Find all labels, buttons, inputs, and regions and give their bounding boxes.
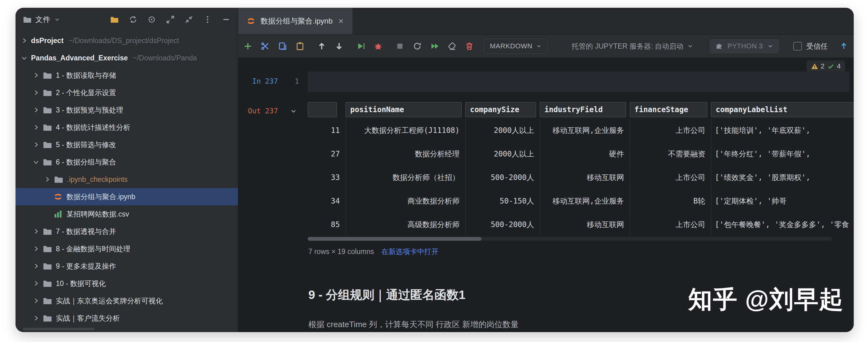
chevron-right-icon[interactable] bbox=[32, 314, 40, 322]
tree-item-folder-1[interactable]: 1 - 数据读取与存储 bbox=[16, 67, 238, 84]
debug-cell-button[interactable] bbox=[373, 41, 383, 51]
column-header-companylabellist[interactable]: companyLabelList bbox=[711, 102, 854, 117]
inspections-widget[interactable]: 2 4 bbox=[807, 60, 845, 72]
collapse-output-icon[interactable] bbox=[290, 107, 297, 115]
tree-item-folder-churn[interactable]: 实战｜客户流失分析 bbox=[16, 309, 238, 327]
chevron-right-icon[interactable] bbox=[32, 141, 40, 148]
copy-cell-button[interactable] bbox=[278, 41, 287, 51]
restart-kernel-button[interactable] bbox=[412, 41, 422, 51]
tree-item-label: 实战｜客户流失分析 bbox=[56, 313, 120, 323]
cell-companylabellist: ['技能培训', '年底双薪', bbox=[711, 118, 854, 142]
collapse-all-button[interactable] bbox=[185, 15, 193, 24]
column-header-industryfield[interactable]: industryField bbox=[540, 102, 626, 117]
sync-icon bbox=[129, 15, 137, 24]
tree-item-pandas-advanced-exercise[interactable]: Pandas_Advanced_Exercise ~/Downloads/Pan… bbox=[16, 49, 238, 67]
dataframe-output-table: positionName companySize industryField f… bbox=[308, 101, 854, 238]
table-horizontal-scrollbar[interactable] bbox=[308, 237, 832, 241]
tree-item-folder-tokyo[interactable]: 实战｜东京奥运会奖牌分析可视化 bbox=[16, 292, 238, 309]
cell-industryfield: 硬件 bbox=[540, 142, 630, 166]
restart-icon bbox=[412, 41, 422, 51]
tree-item-csv-file[interactable]: 某招聘网站数据.csv bbox=[16, 205, 238, 223]
minimize-icon bbox=[222, 15, 230, 24]
open-in-new-tab-link[interactable]: 在新选项卡中打开 bbox=[381, 247, 439, 256]
tree-item-folder-6[interactable]: 6 - 数据分组与聚合 bbox=[16, 153, 238, 171]
chevron-right-icon[interactable] bbox=[32, 262, 40, 270]
expand-all-button[interactable] bbox=[166, 15, 175, 24]
tab-notebook[interactable]: 数据分组与聚合.ipynb bbox=[238, 8, 352, 34]
chevron-right-icon[interactable] bbox=[32, 245, 40, 252]
tree-item-dsproject[interactable]: dsProject ~/Downloads/DS_project/dsProje… bbox=[16, 32, 238, 49]
project-sidebar: 文件 dsProject ~/Downloads/DS_project/dsPr… bbox=[16, 8, 238, 332]
tree-item-label: 2 - 个性化显示设置 bbox=[56, 88, 116, 98]
tree-item-notebook-selected[interactable]: 数据分组与聚合.ipynb bbox=[16, 188, 238, 205]
chevron-right-icon[interactable] bbox=[32, 106, 40, 114]
chevron-down-icon[interactable] bbox=[54, 16, 60, 23]
column-header-financestage[interactable]: financeStage bbox=[630, 102, 707, 117]
jupyter-server-dropdown[interactable]: 托管的 JUPYTER 服务器: 自动启动 bbox=[570, 41, 695, 52]
watermark-text: 知乎 @刘早起 bbox=[688, 283, 844, 316]
tree-item-folder-7[interactable]: 7 - 数据透视与合并 bbox=[16, 223, 238, 240]
cell-type-dropdown[interactable]: MARKDOWN bbox=[484, 39, 548, 54]
move-cell-down-button[interactable] bbox=[334, 41, 344, 51]
more-options-button[interactable] bbox=[203, 15, 212, 24]
column-header-companysize[interactable]: companySize bbox=[465, 102, 536, 117]
cell-index: 33 bbox=[308, 166, 346, 189]
locate-button[interactable] bbox=[147, 15, 156, 24]
close-icon[interactable] bbox=[338, 18, 344, 25]
select-opened-file-button[interactable] bbox=[110, 15, 119, 24]
add-cell-button[interactable] bbox=[243, 41, 252, 51]
folder-icon bbox=[43, 123, 52, 132]
run-cell-button[interactable] bbox=[356, 41, 366, 51]
column-header-index[interactable] bbox=[308, 102, 337, 117]
sidebar-title[interactable]: 文件 bbox=[35, 14, 50, 25]
move-cell-up-button[interactable] bbox=[317, 41, 327, 51]
tree-item-label: 8 - 金融数据与时间处理 bbox=[56, 244, 130, 254]
chevron-right-icon[interactable] bbox=[32, 89, 40, 96]
chevron-right-icon[interactable] bbox=[32, 72, 40, 79]
clear-outputs-button[interactable] bbox=[447, 41, 457, 51]
table-row: 33 数据分析师（社招） 500-2000人 移动互联网 上市公司 ['绩效奖金… bbox=[308, 166, 854, 189]
kernel-dropdown[interactable]: PYTHON 3 bbox=[710, 39, 779, 53]
chevron-down-icon[interactable] bbox=[21, 54, 28, 62]
tree-item-folder-5[interactable]: 5 - 数据筛选与修改 bbox=[16, 136, 238, 153]
copy-icon bbox=[278, 41, 287, 51]
folder-icon bbox=[43, 227, 52, 236]
trusted-checkbox[interactable] bbox=[793, 42, 802, 50]
paste-cell-button[interactable] bbox=[295, 41, 305, 51]
chevron-right-icon[interactable] bbox=[32, 297, 40, 305]
chevron-right-icon[interactable] bbox=[43, 176, 51, 183]
cell-positionname: 高级数据分析师 bbox=[346, 213, 465, 236]
tree-item-folder-4[interactable]: 4 - 数据统计描述性分析 bbox=[16, 118, 238, 136]
tree-item-folder-3[interactable]: 3 - 数据预览与预处理 bbox=[16, 101, 238, 118]
run-all-cells-button[interactable] bbox=[430, 41, 439, 51]
tree-item-folder-10[interactable]: 10 - 数据可视化 bbox=[16, 275, 238, 292]
folder-icon bbox=[43, 140, 52, 149]
trusted-checkbox-group[interactable]: 受信任 bbox=[793, 41, 828, 51]
sidebar-horizontal-scrollbar[interactable] bbox=[23, 328, 94, 330]
cell-companylabellist: ['绩效奖金', '股票期权', bbox=[711, 166, 854, 189]
sync-button[interactable] bbox=[129, 15, 137, 24]
chevron-down-icon[interactable] bbox=[32, 158, 40, 166]
scrollbar-thumb[interactable] bbox=[308, 237, 482, 241]
chevron-right-icon[interactable] bbox=[32, 280, 40, 287]
delete-cell-button[interactable] bbox=[465, 41, 474, 51]
code-cell-input[interactable] bbox=[308, 72, 849, 92]
folder-icon bbox=[43, 244, 52, 253]
scissors-icon bbox=[260, 41, 270, 51]
chevron-right-icon[interactable] bbox=[32, 228, 40, 235]
notebook-editor[interactable]: 2 4 In 237 1 Out 237 pos bbox=[238, 58, 854, 332]
tree-item-folder-2[interactable]: 2 - 个性化显示设置 bbox=[16, 84, 238, 101]
column-header-positionname[interactable]: positionName bbox=[346, 102, 462, 117]
hide-panel-button[interactable] bbox=[222, 15, 230, 24]
tree-item-ipynb-checkpoints[interactable]: .ipynb_checkpoints bbox=[16, 171, 238, 188]
tree-item-path: ~/Downloads/Panda bbox=[133, 54, 197, 62]
stop-kernel-button[interactable] bbox=[395, 41, 405, 51]
scroll-to-top-button[interactable] bbox=[839, 41, 849, 51]
tree-item-folder-8[interactable]: 8 - 金融数据与时间处理 bbox=[16, 240, 238, 258]
cell-financestage: 上市公司 bbox=[630, 166, 711, 189]
cut-cell-button[interactable] bbox=[260, 41, 270, 51]
clipboard-icon bbox=[295, 41, 305, 51]
tree-item-folder-9[interactable]: 9 - 更多未提及操作 bbox=[16, 258, 238, 275]
chevron-right-icon[interactable] bbox=[21, 37, 28, 44]
chevron-right-icon[interactable] bbox=[32, 124, 40, 131]
